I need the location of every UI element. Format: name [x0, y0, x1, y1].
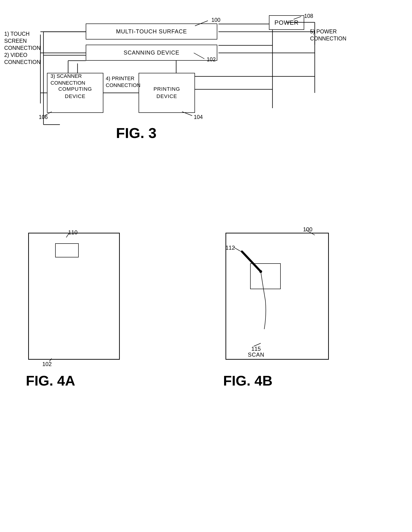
- fig4a-area: 110 102 FIG. 4A: [14, 216, 143, 404]
- scan-label: SCAN: [248, 352, 265, 358]
- printer-connection-label: 4) PRINTERCONNECTION: [106, 75, 140, 89]
- ref-108: 108: [304, 13, 313, 19]
- ref-102-4a: 102: [42, 361, 52, 367]
- multi-touch-surface-box: MULTI-TOUCH SURFACE: [86, 24, 217, 39]
- touch-screen-label: 1) TOUCHSCREENCONNECTION2) VIDEOCONNECTI…: [4, 30, 41, 66]
- ref-112: 112: [226, 245, 235, 251]
- fig4b-area: 100 112 115 SCAN FIG. 4B: [211, 216, 364, 404]
- ref-100-4b: 100: [303, 226, 312, 233]
- fig4b-inner-box: [250, 263, 281, 289]
- power-connection-label: 5) POWERCONNECTION: [310, 28, 347, 42]
- power-box: POWER: [269, 15, 304, 30]
- ref-106: 106: [39, 114, 48, 120]
- fig4a-label: FIG. 4A: [26, 373, 75, 389]
- scanning-device-box: SCANNING DEVICE: [86, 45, 217, 61]
- ref-115: 115: [251, 346, 261, 352]
- ref-102: 102: [207, 57, 216, 63]
- ref-104: 104: [194, 114, 203, 120]
- fig4b-device-box: [226, 233, 329, 360]
- fig4-container: 110 102 FIG. 4A 100 112: [0, 193, 412, 522]
- printing-device-box: PRINTINGDEVICE: [138, 73, 195, 113]
- scanner-connection-label: 3) SCANNERCONNECTION: [51, 73, 85, 86]
- fig4a-inner-box: [55, 243, 79, 257]
- fig3-label: FIG. 3: [101, 124, 172, 141]
- ref-100: 100: [211, 17, 220, 23]
- ref-110: 110: [68, 229, 78, 236]
- fig3-container: MULTI-TOUCH SURFACE SCANNING DEVICE COMP…: [0, 10, 412, 174]
- fig4b-label: FIG. 4B: [223, 373, 273, 389]
